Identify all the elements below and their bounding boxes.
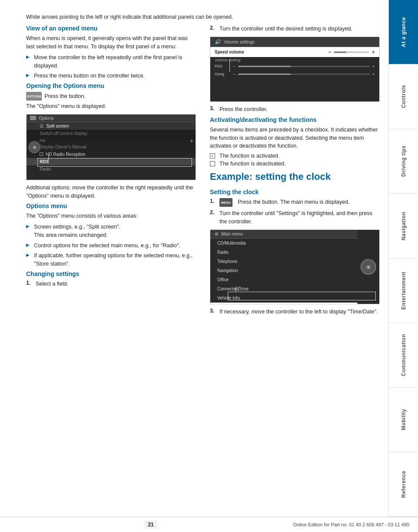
bullet-text-2: Press the menu button on the controller … xyxy=(34,72,145,80)
options-bullet-3: ▶ If applicable, further operating optio… xyxy=(26,252,196,268)
tab-entertainment[interactable]: Entertainment xyxy=(389,259,418,323)
tab-reference[interactable]: Reference xyxy=(389,452,418,517)
clock-step-2-text: Turn the controller until "Settings" is … xyxy=(219,209,380,226)
hd-radio-checkbox xyxy=(40,152,43,156)
option-press-text: Press the button. xyxy=(44,93,86,99)
tab-driving-tips-label: Driving tips xyxy=(401,145,407,177)
options-item-switch-off: Switch off control display xyxy=(27,130,196,137)
main-menu-screenshot: ⚙ Main menu CD/Multimedia Radio Telephon… xyxy=(210,229,380,304)
tab-controls-label: Controls xyxy=(401,85,407,108)
options-displayed-text: The "Options" menu is displayed. xyxy=(26,102,196,111)
options-bullet-2: ▶ Control options for the selected main … xyxy=(26,242,196,250)
menu-item-navigation: Navigation xyxy=(210,266,357,275)
tab-entertainment-label: Entertainment xyxy=(401,272,407,310)
options-item-display-manual: Display Owner's Manual xyxy=(27,143,196,151)
section-example-clock: Example: setting the clock Setting the c… xyxy=(210,171,380,316)
section-heading-options: Opening the Options menu xyxy=(26,82,196,89)
menu-item-cd: CD/Multimedia xyxy=(210,239,357,248)
menu-item-telephone: Telephone xyxy=(210,257,357,266)
main-select-bracket xyxy=(228,292,376,300)
tab-communication[interactable]: Communication xyxy=(389,323,418,387)
tab-controls[interactable]: Controls xyxy=(389,64,418,129)
gong-minus: − xyxy=(233,71,236,77)
option-button-icon: OPTION xyxy=(26,92,42,101)
volume-speed-label: Speed volume − + xyxy=(210,47,379,57)
options-title-icon xyxy=(30,116,36,120)
gong-row: Gong − + xyxy=(210,70,379,78)
vol-pointer-line xyxy=(229,59,230,72)
right-column: 2. Turn the controller until the desired… xyxy=(208,25,380,509)
speed-volume-text: Speed volume xyxy=(215,50,244,54)
main-content: White arrows pointing to the left or rig… xyxy=(0,0,388,517)
gong-label: Gong xyxy=(215,72,230,76)
left-column: View of an opened menu When a menu is op… xyxy=(26,25,198,509)
clock-step-2-num: 2. xyxy=(210,209,217,215)
options-arrow-3: ▶ xyxy=(26,253,31,257)
section-heading-changing: Changing settings xyxy=(26,270,196,277)
bullet-text-1: Move the controller to the left repeated… xyxy=(34,54,196,70)
options-bullet-sub-1: This area remains unchanged. xyxy=(34,232,108,238)
menu-button-icon: MENU xyxy=(219,198,233,207)
options-section-fm: FM xyxy=(27,137,196,143)
setting-clock-heading: Setting the clock xyxy=(210,189,380,195)
section-view-opened-menu: View of an opened menu When a menu is op… xyxy=(26,25,196,80)
tab-communication-label: Communication xyxy=(401,334,407,376)
main-menu-title: Main menu xyxy=(221,232,243,236)
section-opening-options: Opening the Options menu OPTION Press th… xyxy=(26,82,196,111)
bullet-item-2: ▶ Press the menu button on the controlle… xyxy=(26,72,196,80)
speed-vol-slider xyxy=(334,51,369,53)
section-options-menu: Options menu The "Options" menu consists… xyxy=(26,202,196,268)
volume-title-icon: 🔊 xyxy=(215,39,221,45)
options-item-split-screen: ☑ Split screen xyxy=(27,122,196,130)
volume-screen-title: Volume settings xyxy=(224,40,255,44)
menu-item-office: Office xyxy=(210,275,357,284)
activated-checkbox xyxy=(210,153,215,158)
pdc-row: PDC − + xyxy=(210,62,379,70)
options-item-hd-radio: HD Radio Reception xyxy=(27,151,196,158)
options-screen-content: Options ☑ Split screen Switch off contro… xyxy=(27,114,196,180)
volume-screen-content: 🔊 Volume settings Speed volume − xyxy=(210,37,379,101)
menu-item-radio: Radio xyxy=(210,248,357,257)
footer-copyright: Online Edition for Part no. 01 40 2 606 … xyxy=(293,522,409,527)
clock-step-3-num: 3. xyxy=(210,308,217,314)
section-activating: Activating/deactivating the functions Se… xyxy=(210,116,380,167)
bullet-arrow-2: ▶ xyxy=(26,73,31,77)
tab-mobility-label: Mobility xyxy=(401,409,407,430)
options-title-bar: Options xyxy=(27,114,196,122)
pdc-plus: + xyxy=(372,64,375,69)
page-footer: 21 Online Edition for Part no. 01 40 2 6… xyxy=(0,517,418,532)
main-menu-title-bar: ⚙ Main menu xyxy=(210,230,357,239)
options-item-rds: RDS xyxy=(27,158,196,165)
activated-text: The function is activated. xyxy=(219,153,280,159)
speed-vol-fill xyxy=(334,51,346,53)
tab-driving-tips[interactable]: Driving tips xyxy=(389,129,418,194)
main-pointer-line xyxy=(236,286,236,292)
deactivated-row: The function is deactivated. xyxy=(210,161,380,167)
section-heading-options-menu: Options menu xyxy=(26,202,196,209)
options-right-arrow: + xyxy=(190,137,193,144)
clock-step-1-num: 1. xyxy=(210,198,217,204)
volume-setting-label: Volume setting: xyxy=(210,57,379,62)
clock-step-3-text: If necessary, move the controller to the… xyxy=(219,308,378,316)
example-heading: Example: setting the clock xyxy=(210,171,380,182)
deactivated-checkbox xyxy=(210,161,215,166)
pointer-line xyxy=(48,155,49,161)
option-button-row: OPTION Press the button. xyxy=(26,92,196,101)
options-bullet-text-2: Control options for the selected main me… xyxy=(34,242,180,250)
step-3-text: Press the controller. xyxy=(219,105,267,114)
step-3-num: 3. xyxy=(210,105,217,111)
tab-at-a-glance[interactable]: At a glance xyxy=(389,0,418,64)
speed-vol-minus: − xyxy=(328,49,332,55)
options-screenshot: Options ☑ Split screen Switch off contro… xyxy=(26,114,196,180)
additional-options-text: Additional options: move the controller … xyxy=(26,184,196,200)
pdc-fill xyxy=(238,66,290,67)
section-heading-view: View of an opened menu xyxy=(26,25,196,32)
section-heading-activating: Activating/deactivating the functions xyxy=(210,116,380,123)
intro-text: White arrows pointing to the left or rig… xyxy=(26,8,380,21)
tab-at-a-glance-label: At a glance xyxy=(401,17,407,47)
tab-mobility[interactable]: Mobility xyxy=(389,387,418,452)
pdc-minus: − xyxy=(233,64,236,69)
tab-navigation[interactable]: Navigation xyxy=(389,194,418,258)
right-step-2-row: 2. Turn the controller until the desired… xyxy=(210,25,380,33)
options-controller: ◉ xyxy=(28,141,40,153)
